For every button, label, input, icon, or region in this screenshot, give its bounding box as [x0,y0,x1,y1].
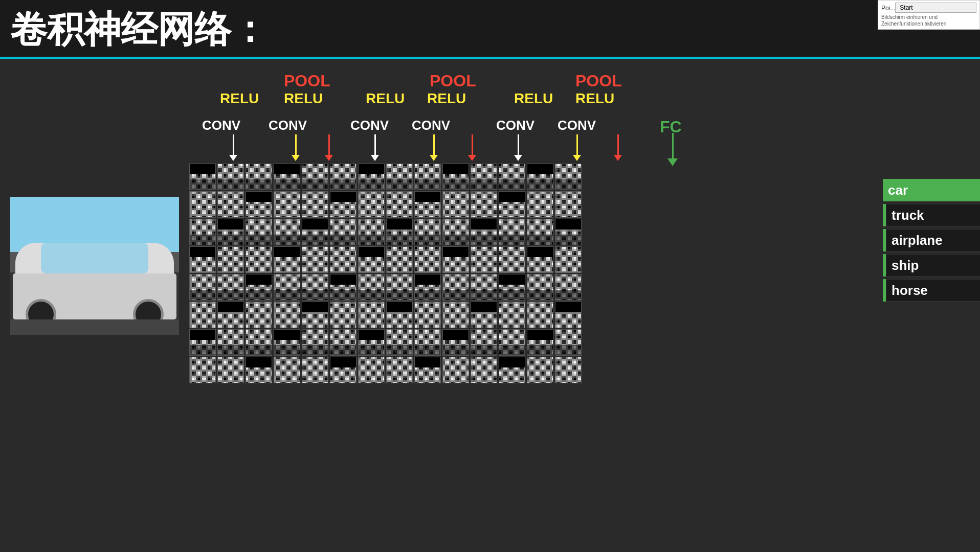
fm-tile [358,191,385,218]
arrow-pool1 [325,134,333,161]
fm-tile [217,164,244,190]
arrow-pool3 [614,134,622,161]
relu-label-6: RELU [575,90,614,107]
fm-tile [358,357,385,383]
fm-tile [527,164,553,190]
fm-column-4 [302,164,328,383]
fm-tile [499,164,525,190]
fm-tile [414,302,441,328]
fm-tile [386,302,413,328]
fm-tile [555,274,582,301]
fm-tile [471,329,497,356]
fm-tile [217,246,244,273]
fm-tile [274,164,300,190]
arrow-relu1 [292,134,300,161]
fm-tile [358,164,385,190]
fm-tile [527,274,553,301]
fm-column-13 [555,164,582,383]
fm-tile [189,329,216,356]
fm-tile [302,302,328,328]
class-item-truck: truck [883,204,980,226]
fm-tile [471,164,497,190]
fm-tile [442,274,469,301]
fm-tile [386,246,413,273]
pool-label-1: POOL [284,72,330,90]
fm-tile [330,357,357,383]
conv-label-5: CONV [496,118,534,133]
class-item-car: car [883,179,980,201]
corner-description: Bildschirm einfrieren und Zeichenfunktio… [881,14,976,27]
relu-label-1: RELU [220,90,259,107]
fm-tile [499,357,525,383]
fm-tile [274,357,300,383]
fm-tile [499,302,525,328]
fm-tile [386,191,413,218]
fm-tile [499,246,525,273]
fm-tile [499,219,525,245]
fm-tile [527,329,553,356]
conv-label-2: CONV [269,118,307,133]
relu-label-3: RELU [366,90,405,107]
fm-tile [471,191,497,218]
fm-tile [414,246,441,273]
fm-tile [386,357,413,383]
relu-label-4: RELU [427,90,466,107]
fm-column-3 [274,164,300,383]
fm-tile [386,164,413,190]
fm-tile [471,357,497,383]
class-item-ship: ship [883,254,980,277]
arrow-pool2 [468,134,476,161]
fm-column-6 [358,164,385,383]
fm-tile [555,357,582,383]
relu-label-2: RELU [284,90,323,107]
fm-tile [442,302,469,328]
fm-tile [189,357,216,383]
arrow-conv3 [371,134,379,161]
arrow-conv5 [514,134,522,161]
fm-tile [189,246,216,273]
fm-tile [555,219,582,245]
fm-tile [217,302,244,328]
fm-tile [414,164,441,190]
pool-label-3: POOL [575,72,622,90]
class-item-horse: horse [883,279,980,302]
conv-label-4: CONV [412,118,450,133]
fm-tile [386,274,413,301]
fm-column-8 [414,164,441,383]
fm-tile [246,246,272,273]
fm-tile [217,219,244,245]
fm-tile [555,302,582,328]
arrow-relu5 [573,134,581,161]
fm-tile [442,164,469,190]
fm-tile [189,191,216,218]
class-item-airplane: airplane [883,229,980,251]
fm-tile [414,274,441,301]
arrow-relu3 [430,134,438,161]
class-bar-car: car [883,179,980,201]
fm-tile [499,274,525,301]
fm-tile [274,246,300,273]
arrow-fc [667,133,678,166]
classification-results: cartruckairplaneshiphorse [883,179,980,302]
fm-tile [189,219,216,245]
fm-tile [499,329,525,356]
fm-tile [442,357,469,383]
class-bar-airplane: airplane [886,229,980,251]
fm-tile [246,329,272,356]
feature-map-grid [189,164,582,383]
fm-tile [414,357,441,383]
fm-tile [555,191,582,218]
class-bar-horse: horse [886,279,980,302]
fm-tile [555,164,582,190]
poi-label: Poi... [881,5,895,12]
fm-tile [527,191,553,218]
fm-tile [471,219,497,245]
fm-tile [302,246,328,273]
class-bar-truck: truck [886,204,980,226]
start-button[interactable]: Start [895,3,976,13]
fm-column-11 [499,164,525,383]
fm-tile [246,219,272,245]
fm-tile [302,274,328,301]
fm-tile [302,219,328,245]
pool-label-2: POOL [430,72,476,90]
